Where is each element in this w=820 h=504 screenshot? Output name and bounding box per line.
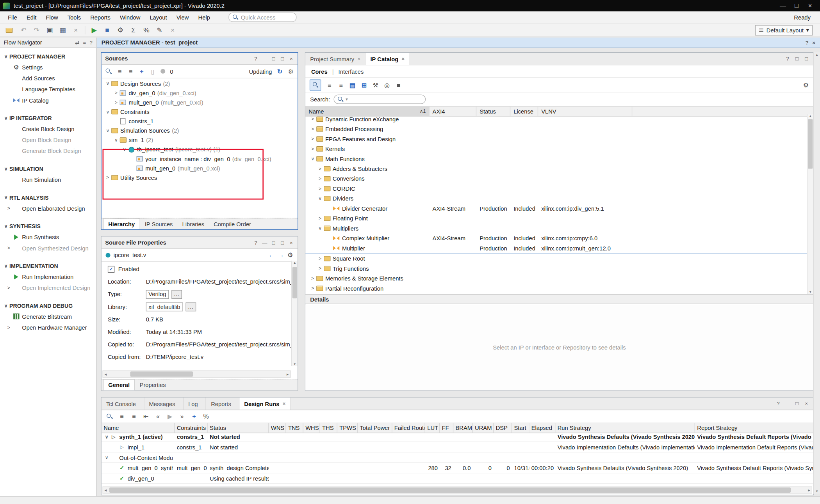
flow-nav-item[interactable]: Add Sources bbox=[0, 73, 96, 83]
flow-nav-item[interactable]: ∨ IP INTEGRATOR bbox=[0, 112, 96, 123]
report-sum-icon[interactable]: Σ bbox=[129, 26, 137, 34]
flow-nav-item[interactable]: ∨ SYNTHESIS bbox=[0, 220, 96, 231]
document-tab[interactable]: IP Catalog × bbox=[365, 53, 410, 65]
search-toggle-button[interactable] bbox=[310, 79, 321, 91]
float-icon[interactable]: □ bbox=[794, 56, 799, 62]
catalog-row[interactable]: > Conversions bbox=[305, 174, 808, 183]
workspace-vertical-scrollbar[interactable]: ▲ ▼ bbox=[813, 52, 820, 494]
design-run-row[interactable]: mult_gen_0_synth_1 mult_gen_0 synth_desi… bbox=[102, 463, 813, 474]
expander-icon[interactable]: ∨ bbox=[103, 455, 110, 460]
sources-tab[interactable]: Libraries bbox=[178, 218, 209, 229]
expander-icon[interactable]: > bbox=[317, 166, 323, 171]
expander-icon[interactable]: > bbox=[317, 176, 323, 181]
collapse-all-icon[interactable]: ≡ bbox=[117, 67, 123, 75]
edit-icon[interactable]: ✎ bbox=[155, 26, 164, 34]
catalog-row[interactable]: Complex Multiplier AXI4-Stream Productio… bbox=[305, 233, 808, 243]
menu-item[interactable]: Edit bbox=[22, 14, 41, 20]
help-icon[interactable]: ? bbox=[253, 240, 258, 245]
expander-icon[interactable]: > bbox=[317, 266, 323, 271]
catalog-row[interactable]: > CORDIC bbox=[305, 183, 808, 193]
tab-cores[interactable]: Cores bbox=[311, 68, 328, 75]
float-icon[interactable]: □ bbox=[271, 56, 276, 62]
expander-icon[interactable]: ∨ bbox=[103, 434, 110, 439]
menu-icon[interactable]: ≡ bbox=[83, 39, 86, 45]
catalog-search-input[interactable]: ▾ bbox=[333, 94, 426, 104]
flow-nav-item[interactable]: Create Block Design bbox=[0, 123, 96, 134]
flow-nav-item[interactable]: Generate Bitstream bbox=[0, 311, 96, 322]
collapse-all-icon[interactable]: ≡ bbox=[326, 81, 333, 89]
close-icon[interactable]: × bbox=[282, 401, 285, 406]
minimize-icon[interactable]: — bbox=[776, 2, 790, 9]
design-run-row[interactable]: ∨ Out-of-Context Module Runs bbox=[102, 453, 813, 463]
minimize-icon[interactable]: — bbox=[262, 56, 267, 62]
add-repository-icon[interactable]: ⊞ bbox=[361, 81, 367, 89]
gear-icon[interactable]: ⚙ bbox=[287, 251, 293, 259]
run-icon[interactable]: ▶ bbox=[167, 413, 173, 420]
scroll-up-icon[interactable]: ▲ bbox=[292, 261, 298, 264]
layout-selector[interactable]: ☰ Default Layout ▾ bbox=[755, 25, 813, 35]
menu-item[interactable]: Flow bbox=[41, 14, 62, 20]
step-back-icon[interactable]: « bbox=[155, 413, 161, 420]
help-icon[interactable]: ? bbox=[775, 401, 781, 406]
expander-icon[interactable]: > bbox=[310, 286, 316, 291]
catalog-row[interactable]: > Kernels bbox=[305, 144, 808, 153]
bottom-panel-tab[interactable]: Log bbox=[184, 398, 206, 410]
expander-icon[interactable]: ∨ bbox=[105, 109, 111, 114]
help-icon[interactable]: ? bbox=[90, 39, 93, 45]
bottom-panel-tab[interactable]: Messages bbox=[144, 398, 184, 410]
delete-icon[interactable]: × bbox=[71, 26, 80, 34]
bottom-panel-tab[interactable]: Design Runs × bbox=[239, 398, 291, 410]
enabled-checkbox[interactable]: ✓ bbox=[108, 266, 114, 272]
sources-tree-row[interactable]: ∨ Constraints bbox=[102, 107, 298, 117]
stop-icon[interactable]: × bbox=[168, 26, 176, 34]
scroll-down-icon[interactable]: ▼ bbox=[814, 490, 820, 493]
expand-all-icon[interactable]: ≡ bbox=[128, 67, 134, 75]
catalog-row[interactable]: Multiplier Production Included xilinx.co… bbox=[305, 243, 808, 254]
design-run-row[interactable]: div_gen_0 Using cached IP results bbox=[102, 473, 813, 484]
sources-tree-row[interactable]: ∨ Simulation Sources (2) bbox=[102, 126, 298, 135]
expand-all-icon[interactable]: ≡ bbox=[131, 413, 137, 420]
flow-nav-item[interactable]: > Open Implemented Design bbox=[0, 282, 96, 293]
close-icon[interactable]: × bbox=[804, 401, 809, 406]
document-tab[interactable]: Project Summary × bbox=[305, 53, 365, 65]
menu-item[interactable]: View bbox=[172, 14, 194, 20]
help-icon[interactable]: ? bbox=[785, 56, 790, 62]
close-icon[interactable]: × bbox=[357, 56, 360, 62]
open-file-icon[interactable]: ▯ bbox=[150, 67, 156, 75]
close-icon[interactable]: × bbox=[289, 240, 294, 245]
create-runs-icon[interactable]: + bbox=[191, 413, 197, 420]
close-icon[interactable]: × bbox=[401, 56, 405, 62]
expander-icon[interactable]: > bbox=[310, 126, 316, 131]
sources-tree-row[interactable]: ∨ sim_1 (2) bbox=[102, 135, 298, 145]
menu-item[interactable]: Layout bbox=[145, 14, 171, 20]
catalog-row[interactable]: > Adders & Subtracters bbox=[305, 163, 808, 173]
license-icon[interactable]: ◎ bbox=[384, 81, 390, 89]
expander-icon[interactable]: > bbox=[310, 275, 316, 280]
group-by-category-icon[interactable]: ▤ bbox=[349, 81, 356, 89]
expander-icon[interactable]: > bbox=[310, 136, 316, 141]
scrollbar-thumb[interactable] bbox=[130, 371, 193, 376]
expander-icon[interactable]: ∨ bbox=[105, 128, 111, 133]
sources-tab[interactable]: IP Sources bbox=[140, 218, 178, 229]
undo-icon[interactable]: ↶ bbox=[20, 26, 28, 34]
scroll-down-icon[interactable]: ▼ bbox=[292, 362, 298, 366]
vertical-scrollbar[interactable]: ▲ ▼ bbox=[291, 261, 298, 366]
catalog-row[interactable]: > Embedded Processing bbox=[305, 124, 808, 133]
copy-icon[interactable]: ▣ bbox=[46, 26, 54, 34]
type-browse-button[interactable]: … bbox=[171, 290, 182, 299]
sfp-tab[interactable]: Properties bbox=[135, 379, 170, 390]
catalog-row[interactable]: > Dynamic Function eXchange bbox=[305, 114, 808, 124]
flow-nav-item[interactable]: ∨ IMPLEMENTATION bbox=[0, 260, 96, 271]
step-to-first-icon[interactable]: ⇤ bbox=[143, 413, 149, 420]
settings-gear-icon[interactable]: ⚙ bbox=[116, 26, 124, 34]
stop-icon[interactable]: ■ bbox=[396, 81, 402, 89]
menu-item[interactable]: Tools bbox=[63, 14, 86, 20]
float-icon[interactable]: □ bbox=[271, 240, 276, 245]
sources-tab[interactable]: Hierarchy bbox=[103, 218, 140, 229]
design-run-row[interactable]: ∨ synth_1 (active) constrs_1 Not started bbox=[102, 431, 813, 442]
maximize-icon[interactable]: □ bbox=[280, 56, 285, 62]
close-icon[interactable]: × bbox=[289, 56, 294, 62]
expander-icon[interactable]: > bbox=[113, 100, 119, 105]
vertical-scrollbar[interactable]: ▲ ▼ bbox=[807, 114, 813, 294]
refresh-icon[interactable]: ↻ bbox=[276, 67, 283, 75]
